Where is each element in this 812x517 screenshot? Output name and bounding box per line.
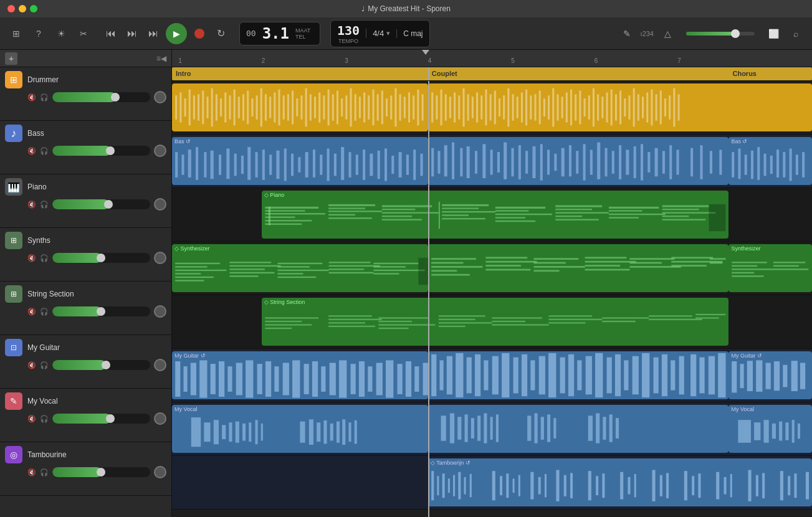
guitar-headphones[interactable]: 🎧 [40, 361, 49, 369]
lane-synths[interactable]: ◇ Synthesizer [172, 242, 812, 295]
guitar-volume-slider[interactable] [52, 360, 150, 370]
region-vocal-couplet[interactable] [428, 405, 729, 453]
guitar-volume-thumb[interactable] [102, 361, 110, 369]
piano-mute[interactable]: 🔇 [27, 201, 36, 209]
lane-string[interactable]: ◇ String Section [172, 295, 812, 349]
track-item-bass[interactable]: ♪ Bass 🔇 🎧 [0, 121, 171, 174]
region-guitar-chorus[interactable]: My Guitar ↺ [728, 351, 812, 399]
library-button[interactable]: ⊞ [7, 25, 25, 42]
drummer-volume-thumb[interactable] [111, 93, 120, 102]
region-synths-couplet[interactable] [428, 244, 729, 292]
drummer-mute[interactable]: 🔇 [27, 93, 36, 102]
lane-guitar[interactable]: My Guitar ↺ [172, 349, 812, 402]
synths-mute[interactable]: 🔇 [27, 254, 36, 262]
string-pan-knob[interactable] [154, 305, 166, 318]
track-list-sort[interactable]: ≡◀ [156, 54, 166, 63]
string-volume-thumb[interactable] [97, 307, 105, 316]
synths-headphones[interactable]: 🎧 [40, 254, 49, 262]
track-item-drummer[interactable]: ⊞ Drummer 🔇 🎧 [0, 67, 171, 121]
piano-pan-knob[interactable] [154, 198, 166, 211]
lane-bass[interactable]: Bas ↺ [172, 135, 812, 188]
region-synths-chorus[interactable]: Synthesizer [728, 244, 812, 292]
close-button[interactable] [7, 5, 15, 12]
skip-back-button[interactable]: ⏭ [145, 25, 162, 42]
drummer-volume-slider[interactable] [52, 92, 150, 102]
volume-thumb[interactable] [731, 29, 740, 38]
bass-pan-knob[interactable] [154, 145, 166, 157]
region-bass-intro[interactable]: Bas ↺ [172, 137, 428, 185]
scissors-button[interactable]: ✂ [75, 25, 92, 42]
minimize-button[interactable] [19, 5, 26, 12]
drummer-headphones[interactable]: 🎧 [40, 93, 49, 102]
rewind-button[interactable]: ⏮ [102, 25, 120, 42]
bass-headphones[interactable]: 🎧 [40, 147, 49, 155]
maximize-button[interactable] [30, 5, 37, 12]
string-headphones[interactable]: 🎧 [40, 308, 49, 316]
smartcontrols-button[interactable]: ☀ [52, 25, 70, 42]
tambourine-volume-thumb[interactable] [97, 468, 105, 477]
plugin-button[interactable]: ⬜ [765, 25, 782, 42]
drummer-pan-knob[interactable] [154, 91, 166, 103]
synths-volume-slider[interactable] [52, 253, 150, 263]
region-bass-chorus[interactable]: Bas ↺ [728, 137, 812, 185]
guitar-mute[interactable]: 🔇 [27, 361, 36, 369]
lane-piano[interactable]: ◇ Piano [172, 188, 812, 242]
track-item-string[interactable]: ⊞ String Section 🔇 🎧 [0, 282, 171, 335]
region-synths-intro[interactable]: ◇ Synthesizer [172, 244, 428, 292]
pencil-button[interactable]: ✎ [618, 25, 636, 42]
bass-volume-slider[interactable] [52, 146, 150, 156]
bass-mute[interactable]: 🔇 [27, 147, 36, 155]
track-item-vocal[interactable]: ✎ My Vocal 🔇 🎧 [0, 389, 171, 442]
fast-forward-button[interactable]: ⏭ [123, 25, 141, 42]
tambourine-pan-knob[interactable] [154, 466, 166, 478]
tambourine-mute[interactable]: 🔇 [27, 468, 36, 477]
svg-rect-104 [646, 92, 648, 122]
piano-volume-thumb[interactable] [104, 200, 113, 209]
region-drummer-intro[interactable] [172, 83, 428, 131]
vocal-mute[interactable]: 🔇 [27, 415, 36, 423]
timeline-ruler[interactable]: 1 2 3 4 5 6 7 [172, 50, 812, 67]
tambourine-volume-slider[interactable] [52, 467, 150, 477]
region-string[interactable]: ◇ String Section [262, 298, 729, 346]
lane-vocal[interactable]: My Vocal [172, 402, 812, 456]
tempo-display[interactable]: 130 TEMPO 4/4 ▾ C maj [330, 20, 430, 47]
volume-slider[interactable] [686, 32, 755, 36]
bass-volume-thumb[interactable] [106, 146, 115, 155]
tambourine-headphones[interactable]: 🎧 [40, 468, 49, 477]
track-item-guitar[interactable]: ⊡ My Guitar 🔇 🎧 [0, 335, 171, 389]
string-mute[interactable]: 🔇 [27, 308, 36, 316]
region-guitar-intro[interactable]: My Guitar ↺ [172, 351, 428, 399]
play-button[interactable]: ▶ [166, 23, 187, 44]
tracks-scroll[interactable]: Bas ↺ [172, 81, 812, 517]
help-button[interactable]: ? [30, 25, 47, 42]
vocal-headphones[interactable]: 🎧 [40, 415, 49, 423]
track-item-piano[interactable]: 🎹 Piano 🔇 🎧 [0, 174, 171, 228]
vocal-volume-thumb[interactable] [106, 414, 115, 423]
lane-tambourine[interactable]: ◇ Tamboerijn ↺ [172, 456, 812, 510]
synths-volume-thumb[interactable] [97, 254, 105, 262]
synths-pan-knob[interactable] [154, 252, 166, 264]
string-volume-slider[interactable] [52, 306, 150, 316]
record-button[interactable] [191, 25, 208, 42]
region-bass-couplet[interactable] [428, 137, 729, 185]
search-button[interactable]: ⌕ [787, 25, 805, 42]
piano-headphones[interactable]: 🎧 [40, 201, 49, 209]
track-item-synths[interactable]: ⊞ Synths 🔇 🎧 [0, 228, 171, 282]
lane-drummer[interactable] [172, 81, 812, 135]
vocal-pan-knob[interactable] [154, 412, 166, 425]
piano-volume-slider[interactable] [52, 199, 150, 209]
guitar-pan-knob[interactable] [154, 359, 166, 371]
region-vocal-intro[interactable]: My Vocal [172, 405, 428, 453]
tuner-button[interactable]: △ [659, 25, 676, 42]
region-tambourine[interactable]: ◇ Tamboerijn ↺ [428, 458, 812, 506]
region-piano[interactable]: ◇ Piano [262, 191, 729, 239]
vocal-volume-slider[interactable] [52, 414, 150, 424]
svg-rect-125 [269, 154, 272, 175]
region-drummer-couplet[interactable] [428, 83, 812, 131]
add-track-button[interactable]: + [5, 52, 17, 65]
track-item-tambourine[interactable]: ◎ Tambourine 🔇 🎧 [0, 442, 171, 496]
region-guitar-couplet[interactable] [428, 351, 729, 399]
cycle-button[interactable]: ↻ [212, 25, 229, 42]
region-vocal-chorus[interactable]: My Vocal [728, 405, 812, 453]
position-display[interactable]: 00 3.1 MAAT TEL [239, 22, 320, 45]
